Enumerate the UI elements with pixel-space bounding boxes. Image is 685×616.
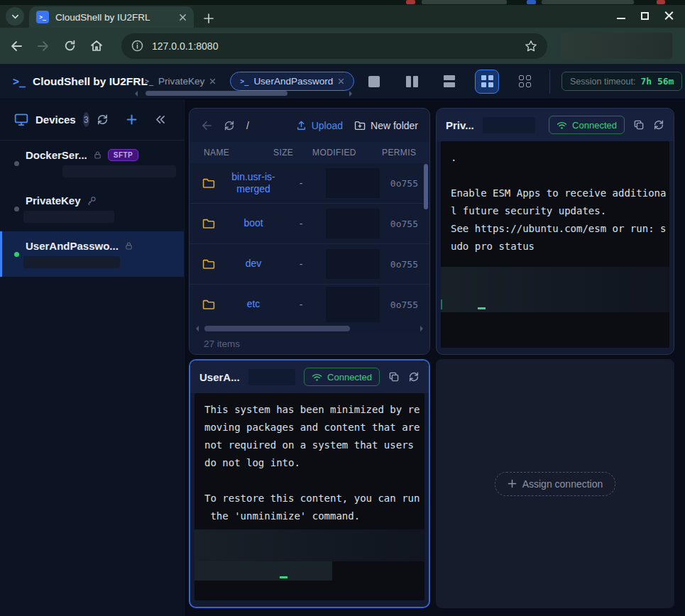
reload-icon[interactable] — [64, 40, 76, 52]
file-size: - — [285, 218, 317, 229]
layout-grid-button[interactable] — [475, 70, 499, 94]
tab-close-icon[interactable] — [209, 78, 216, 84]
upload-button[interactable]: Upload — [296, 120, 343, 131]
device-item-privatekey[interactable]: PrivateKey — [0, 186, 184, 231]
file-permissions: 0o755 — [388, 259, 429, 270]
table-row[interactable]: bin.usr-is-merged - 0o755 — [190, 163, 429, 204]
session-timeout-value: 7h 56m — [640, 76, 674, 87]
home-icon[interactable] — [90, 40, 103, 52]
window-close-icon[interactable] — [664, 11, 674, 21]
new-folder-button[interactable]: New folder — [354, 120, 418, 131]
session-timeout-label: Session timeout: — [570, 77, 635, 87]
forward-icon[interactable] — [37, 40, 50, 52]
terminal-line: moving packages and content that are — [204, 419, 415, 436]
tabs-scrollbar[interactable] — [132, 89, 355, 97]
device-item-dockerserver[interactable]: DockerSer... SFTP — [0, 141, 184, 186]
scrollbar-thumb[interactable] — [204, 326, 350, 331]
assign-connection-button[interactable]: Assign connection — [495, 472, 616, 496]
table-row[interactable]: dev - 0o755 — [190, 244, 429, 285]
terminal-line: See https://ubuntu.com/esm or run: s — [451, 220, 659, 238]
table-row[interactable]: etc - 0o755 — [190, 285, 429, 324]
device-item-userandpassword[interactable]: UserAndPasswo... — [0, 231, 184, 277]
lock-icon — [124, 241, 133, 251]
tab-close-icon[interactable] — [179, 13, 187, 21]
file-name-link[interactable]: bin.usr-is-merged — [222, 171, 285, 196]
folder-icon — [202, 299, 215, 310]
file-name-link[interactable]: dev — [222, 258, 285, 270]
layout-single-button[interactable] — [362, 70, 386, 94]
scroll-right-icon[interactable] — [349, 91, 355, 97]
empty-pane: Assign connection — [436, 359, 674, 608]
add-device-icon[interactable] — [126, 114, 137, 125]
layout-two-rows-button[interactable] — [437, 70, 461, 94]
sidebar-title: Devices — [35, 114, 76, 126]
monitor-icon — [14, 113, 28, 126]
file-size: - — [285, 177, 317, 189]
device-name: UserAndPasswo... — [26, 240, 119, 252]
redacted-terminal-block — [194, 529, 424, 561]
terminal-output[interactable]: . Enable ESM Apps to receive additiona l… — [441, 141, 669, 348]
new-folder-label: New folder — [371, 120, 418, 131]
refresh-icon[interactable] — [97, 114, 109, 126]
url-text: 127.0.0.1:8080 — [152, 40, 516, 52]
terminal-output[interactable]: This system has been minimized by re mov… — [194, 393, 424, 600]
collapse-sidebar-icon[interactable] — [155, 115, 165, 124]
scroll-left-icon[interactable] — [193, 326, 199, 331]
horizontal-scrollbar[interactable] — [190, 324, 429, 334]
browser-tab[interactable]: >_ CloudShell by IU2FRL — [29, 6, 194, 28]
connected-label: Connected — [327, 372, 372, 383]
terminal-line: Enable ESM Apps to receive additiona — [451, 185, 659, 202]
refresh-icon[interactable] — [224, 120, 235, 131]
browser-profile-area[interactable] — [561, 33, 672, 59]
back-icon[interactable] — [201, 121, 212, 131]
window-minimize-icon[interactable] — [617, 18, 625, 19]
copy-icon[interactable] — [388, 371, 400, 383]
window-maximize-icon[interactable] — [641, 12, 649, 20]
redacted-host — [248, 369, 295, 385]
tab-search-button[interactable] — [6, 7, 24, 26]
refresh-icon[interactable] — [653, 119, 664, 131]
scroll-right-icon[interactable] — [420, 326, 426, 331]
cloudshell-app: >_ CloudShell by IU2FRL >_ PrivateKey >_… — [0, 64, 685, 616]
redacted-host — [23, 256, 120, 268]
table-row[interactable]: boot - 0o755 — [190, 204, 429, 244]
tab-close-icon[interactable] — [338, 78, 344, 84]
scrollbar-thumb[interactable] — [146, 91, 287, 96]
app-body: Devices 3 — [0, 99, 685, 616]
file-name-link[interactable]: boot — [222, 217, 285, 230]
assign-connection-label: Assign connection — [522, 478, 603, 490]
background-fragment — [527, 0, 536, 4]
window-controls — [617, 11, 674, 21]
connection-tabs: >_ PrivateKey >_ UserAndPassword ( — [139, 64, 352, 99]
redacted-date — [326, 168, 380, 198]
back-icon[interactable] — [10, 40, 23, 52]
terminal-cursor — [478, 307, 486, 309]
tab-userandpassword[interactable]: >_ UserAndPassword — [230, 72, 354, 91]
column-name[interactable]: NAME — [190, 148, 273, 158]
device-name: DockerSer... — [26, 149, 87, 161]
tab-privatekey[interactable]: >_ PrivateKey — [139, 72, 221, 90]
scroll-left-icon[interactable] — [132, 91, 138, 97]
copy-icon[interactable] — [633, 119, 645, 131]
file-name-link[interactable]: etc — [222, 298, 285, 311]
background-fragment — [406, 0, 415, 4]
address-bar[interactable]: 127.0.0.1:8080 — [121, 33, 547, 59]
vertical-scrollbar-thumb[interactable] — [424, 164, 428, 209]
column-size[interactable]: SIZE — [273, 148, 312, 158]
bookmark-star-icon[interactable] — [525, 40, 537, 53]
terminal-panel-userandpassword: UserA... Connected — [189, 359, 430, 608]
scrollbar-track[interactable] — [202, 326, 417, 332]
column-modified[interactable]: MODIFIED — [312, 148, 382, 158]
scrollbar-track[interactable] — [140, 90, 347, 97]
terminal-prompt-icon: >_ — [145, 77, 153, 85]
file-size: - — [285, 258, 317, 270]
column-permissions[interactable]: PERMIS — [382, 148, 429, 158]
layout-grid-outline-button[interactable] — [513, 70, 537, 94]
file-permissions: 0o755 — [388, 219, 429, 229]
layout-two-columns-button[interactable] — [400, 70, 424, 94]
terminal-line: not required on a system that users — [204, 436, 415, 454]
new-tab-button[interactable] — [204, 13, 214, 23]
site-info-icon[interactable] — [131, 40, 143, 52]
refresh-icon[interactable] — [408, 371, 420, 383]
status-dot — [14, 252, 19, 257]
